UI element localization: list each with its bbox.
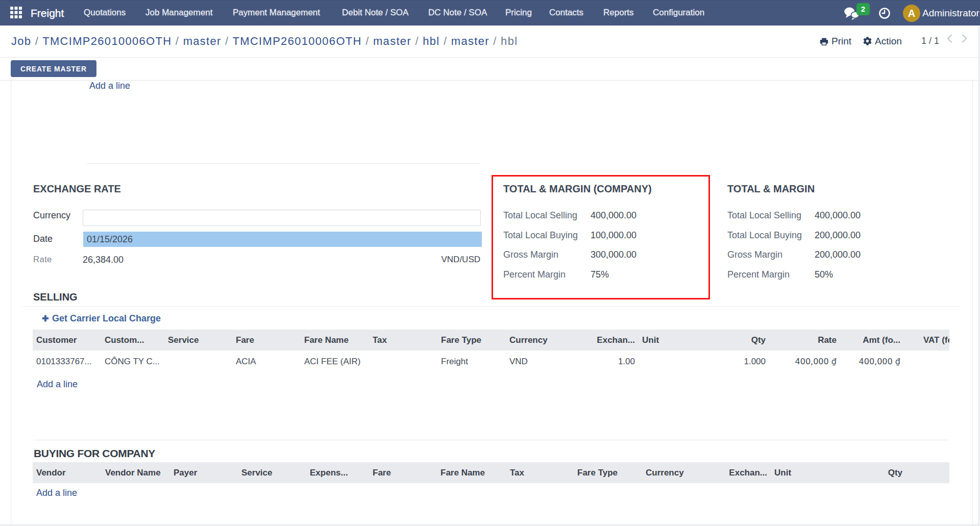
nav-menu-pricing[interactable]: Pricing xyxy=(505,1,532,25)
selling-add-line-link[interactable]: Add a line xyxy=(37,379,78,389)
buying-table: Vendor Vendor Name Payer Service Expens.… xyxy=(33,462,949,518)
col-customer[interactable]: Customer xyxy=(33,330,101,350)
col-exchange[interactable]: Exchan... xyxy=(570,330,639,350)
breadcrumb-item[interactable]: hbl xyxy=(423,35,439,47)
tmc-row-label: Total Local Buying xyxy=(503,230,578,241)
pager-previous-icon[interactable] xyxy=(946,34,952,43)
nav-menu-contacts[interactable]: Contacts xyxy=(549,1,583,25)
cell-customer-name[interactable]: CÔNG TY C... xyxy=(101,350,164,378)
create-master-button[interactable]: CREATE MASTER xyxy=(11,60,96,77)
cell-amt[interactable]: 400,000 ₫ xyxy=(840,350,904,378)
cell-vat[interactable] xyxy=(920,350,949,378)
tm-row-value: 50% xyxy=(815,269,833,280)
apps-grid-icon[interactable] xyxy=(10,7,22,18)
col-qty[interactable]: Qty xyxy=(694,330,769,350)
breadcrumb-item[interactable]: TMCIMP26010006OTH xyxy=(42,35,172,47)
nav-menu-debit-note-soa[interactable]: Debit Note / SOA xyxy=(342,1,408,25)
total-margin-title: TOTAL & MARGIN xyxy=(727,183,815,195)
col-fare[interactable]: Fare xyxy=(369,462,437,483)
col-currency[interactable]: Currency xyxy=(506,330,570,350)
col-service[interactable]: Service xyxy=(238,462,306,483)
col-fare-name[interactable]: Fare Name xyxy=(301,330,369,350)
cell-customer[interactable]: 0101333767... xyxy=(33,350,101,378)
gear-icon xyxy=(863,27,872,58)
message-count-badge[interactable]: 2 xyxy=(856,3,870,15)
currency-input[interactable] xyxy=(83,210,481,226)
cell-fare-name[interactable]: ACI FEE (AIR) xyxy=(301,350,369,378)
nav-menu-configuration[interactable]: Configuration xyxy=(653,1,704,25)
user-menu[interactable]: Administrator xyxy=(922,1,979,26)
app-brand[interactable]: Freight xyxy=(31,1,64,26)
col-exchange[interactable]: Exchan... xyxy=(710,462,771,483)
breadcrumb-separator: / xyxy=(31,35,42,47)
breadcrumb-item[interactable]: master xyxy=(183,35,222,47)
col-spacer xyxy=(904,330,920,350)
nav-menu-dc-note-soa[interactable]: DC Note / SOA xyxy=(428,1,487,25)
action-button[interactable]: Action xyxy=(863,26,902,57)
get-carrier-local-charge-button[interactable]: Get Carrier Local Charge xyxy=(42,313,161,324)
col-extra xyxy=(906,462,949,483)
tmc-row-value: 75% xyxy=(591,269,609,280)
rate-unit: VND/USD xyxy=(0,255,480,265)
date-input[interactable]: 01/15/2026 xyxy=(83,232,482,247)
nav-menu-reports[interactable]: Reports xyxy=(603,1,634,25)
col-customer-name[interactable]: Custom... xyxy=(101,330,164,350)
tmc-row-label: Percent Margin xyxy=(503,269,566,280)
col-qty[interactable]: Qty xyxy=(840,462,906,483)
pager-next-icon[interactable] xyxy=(962,34,968,43)
col-fare-type[interactable]: Fare Type xyxy=(437,330,506,350)
breadcrumb-item[interactable]: Job xyxy=(11,35,31,47)
statusbar: CREATE MASTER xyxy=(0,58,980,81)
col-expense[interactable]: Expens... xyxy=(306,462,369,483)
print-button[interactable]: Print xyxy=(820,26,851,57)
cell-fare[interactable]: ACIA xyxy=(232,350,301,378)
col-amt[interactable]: Amt (fo... xyxy=(840,330,904,350)
col-tax[interactable]: Tax xyxy=(369,330,437,350)
col-unit[interactable]: Unit xyxy=(639,330,694,350)
col-service[interactable]: Service xyxy=(164,330,232,350)
cell-rate[interactable]: 400,000 ₫ xyxy=(769,350,840,378)
total-margin-company-title: TOTAL & MARGIN (COMPANY) xyxy=(503,183,652,195)
nav-menu-payment-management[interactable]: Payment Management xyxy=(233,1,320,25)
selling-row[interactable]: 0101333767... CÔNG TY C... ACIA ACI FEE … xyxy=(33,350,949,378)
col-vat[interactable]: VAT (for... xyxy=(920,330,949,350)
breadcrumb-item[interactable]: master xyxy=(373,35,411,47)
breadcrumb-separator: / xyxy=(411,35,423,47)
breadcrumb: Job / TMCIMP26010006OTH / master / TMCIM… xyxy=(11,26,518,57)
buying-add-line-link[interactable]: Add a line xyxy=(36,488,77,498)
nav-menu-quotations[interactable]: Quotations xyxy=(84,1,126,25)
top-list-add-line-link[interactable]: Add a line xyxy=(89,80,130,91)
col-currency[interactable]: Currency xyxy=(642,462,710,483)
col-tax[interactable]: Tax xyxy=(506,462,574,483)
selling-separator-line xyxy=(22,306,960,307)
col-fare[interactable]: Fare xyxy=(232,330,301,350)
tmc-row-label: Gross Margin xyxy=(503,249,558,260)
selling-title: SELLING xyxy=(33,291,78,303)
breadcrumb-current: hbl xyxy=(501,35,518,47)
breadcrumb-item[interactable]: master xyxy=(451,35,489,47)
col-vendor-name[interactable]: Vendor Name xyxy=(102,462,170,483)
selling-table-header: Customer Custom... Service Fare Fare Nam… xyxy=(33,330,949,350)
col-fare-type[interactable]: Fare Type xyxy=(574,462,642,483)
control-panel: Job / TMCIMP26010006OTH / master / TMCIM… xyxy=(0,26,980,58)
col-payer[interactable]: Payer xyxy=(170,462,238,483)
cell-unit[interactable] xyxy=(639,350,694,378)
breadcrumb-item[interactable]: TMCIMP26010006OTH xyxy=(233,35,362,47)
tm-row-label: Percent Margin xyxy=(727,269,790,280)
cell-fare-type[interactable]: Freight xyxy=(437,350,506,378)
nav-menu-job-management[interactable]: Job Management xyxy=(145,1,212,25)
col-unit[interactable]: Unit xyxy=(771,462,840,483)
cell-service[interactable] xyxy=(164,350,232,378)
cell-tax[interactable] xyxy=(369,350,437,378)
col-rate[interactable]: Rate xyxy=(769,330,840,350)
cell-qty[interactable]: 1.000 xyxy=(694,350,769,378)
tm-row-value: 200,000.00 xyxy=(815,230,861,241)
sheet-bottom-border xyxy=(0,524,978,525)
col-fare-name[interactable]: Fare Name xyxy=(437,462,506,483)
cell-currency[interactable]: VND xyxy=(506,350,570,378)
tmc-row-value: 100,000.00 xyxy=(591,230,636,241)
user-avatar[interactable]: A xyxy=(903,5,920,22)
cell-exchange[interactable]: 1.00 xyxy=(570,350,639,378)
activities-clock-icon[interactable] xyxy=(879,8,890,19)
col-vendor[interactable]: Vendor xyxy=(33,462,102,483)
